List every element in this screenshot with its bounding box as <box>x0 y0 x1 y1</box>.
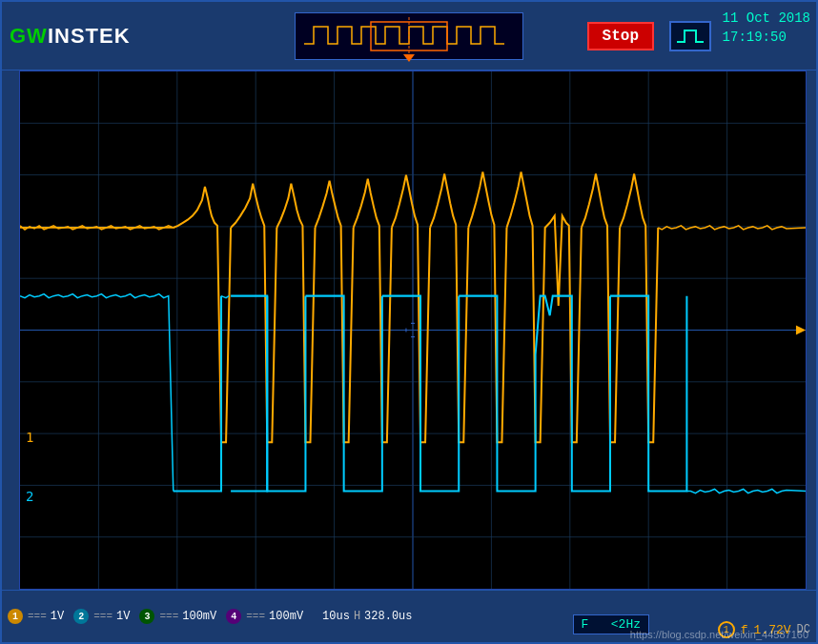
svg-text:1: 1 <box>26 430 33 445</box>
ch1-info: 1 === 1V <box>8 609 64 624</box>
stop-button[interactable]: Stop <box>587 22 654 50</box>
ch1-coupling: === <box>28 611 47 622</box>
waveform-preview <box>295 12 523 60</box>
time-text: 17:19:50 <box>723 29 810 48</box>
datetime-display: 11 Oct 2018 17:19:50 <box>723 10 810 47</box>
timebase-value: 10us <box>322 610 350 623</box>
trigger-indicator <box>403 54 415 62</box>
brand-logo: GWINSTEK <box>10 24 131 49</box>
ch2-info: 2 === 1V <box>73 609 130 624</box>
date-text: 11 Oct 2018 <box>723 10 810 29</box>
ch3-info: 3 === 100mV <box>139 609 216 624</box>
ch1-number: 1 <box>8 609 23 624</box>
ch4-number: 4 <box>226 609 241 624</box>
timebase-info: 10us H 328.0us <box>322 610 412 623</box>
ch4-info: 4 === 100mV <box>226 609 303 624</box>
brand-instek: INSTEK <box>48 24 131 48</box>
ch2-coupling: === <box>93 611 112 622</box>
trigger-delay-value: 328.0us <box>364 610 412 623</box>
scope-display-area: 1 2 <box>19 70 807 590</box>
ch2-scale: 1V <box>116 610 130 623</box>
oscilloscope-frame: GWINSTEK Stop 11 Oct 2018 17:19:50 <box>0 0 818 644</box>
ch4-coupling: === <box>246 611 265 622</box>
svg-text:2: 2 <box>26 489 33 504</box>
svg-marker-26 <box>796 325 806 334</box>
ch3-scale: 100mV <box>182 610 216 623</box>
ch3-number: 3 <box>139 609 154 624</box>
scope-canvas: 1 2 <box>20 71 806 589</box>
ch4-scale: 100mV <box>269 610 303 623</box>
watermark: https://blog.csdp.net/weixin_44587160 <box>630 629 808 640</box>
ch3-coupling: === <box>159 611 178 622</box>
top-bar: GWINSTEK Stop 11 Oct 2018 17:19:50 <box>2 2 816 70</box>
brand-gw: GW <box>10 24 48 48</box>
ch2-number: 2 <box>73 609 89 624</box>
trigger-mode-button[interactable] <box>669 21 711 51</box>
preview-waveform-svg <box>304 17 514 55</box>
freq-label: F <box>582 617 589 632</box>
oscilloscope-svg: 1 2 <box>20 71 806 589</box>
ch1-scale: 1V <box>51 610 64 623</box>
trigger-icon-label: H <box>354 610 360 623</box>
trigger-mode-icon <box>675 25 706 48</box>
